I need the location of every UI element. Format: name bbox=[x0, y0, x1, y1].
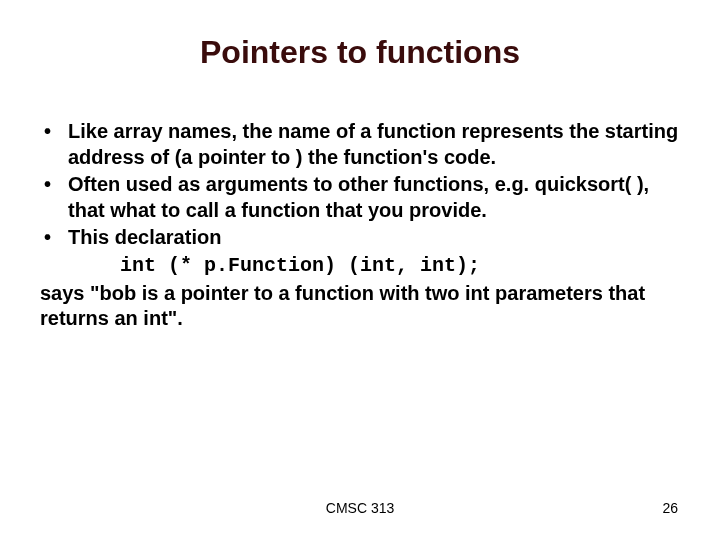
slide-title: Pointers to functions bbox=[40, 34, 680, 71]
footer-course: CMSC 313 bbox=[326, 500, 394, 516]
bullet-list: Like array names, the name of a function… bbox=[40, 119, 680, 251]
slide: Pointers to functions Like array names, … bbox=[0, 0, 720, 540]
closing-text: says "bob is a pointer to a function wit… bbox=[40, 281, 680, 332]
list-item: Often used as arguments to other functio… bbox=[40, 172, 680, 223]
list-item: This declaration bbox=[40, 225, 680, 251]
code-declaration: int (* p.Function) (int, int); bbox=[40, 253, 680, 279]
footer-page-number: 26 bbox=[662, 500, 678, 516]
slide-footer: CMSC 313 26 bbox=[0, 500, 720, 516]
slide-content: Like array names, the name of a function… bbox=[40, 119, 680, 332]
list-item: Like array names, the name of a function… bbox=[40, 119, 680, 170]
